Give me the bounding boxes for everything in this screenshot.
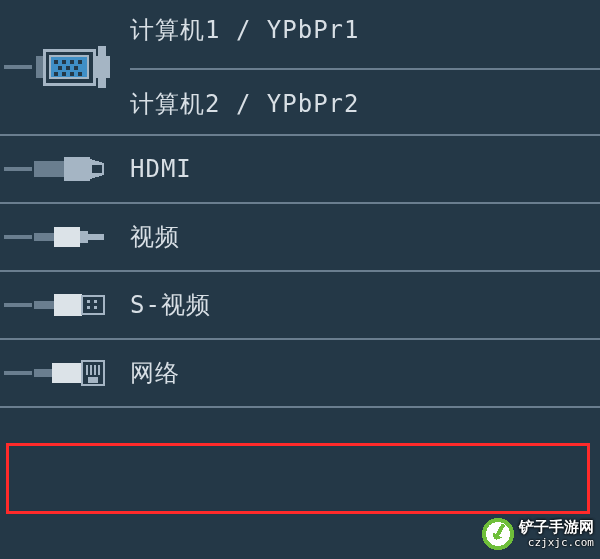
svg-rect-23	[80, 231, 88, 243]
menu-item-label: 计算机2 / YPbPr2	[130, 88, 600, 120]
source-menu: 计算机1 / YPbPr1 计算机2 / YPbPr2 HDMI	[0, 0, 600, 408]
svg-rect-38	[98, 365, 100, 375]
watermark-url: czjxjc.com	[528, 536, 594, 549]
svg-rect-27	[82, 296, 104, 314]
svg-rect-18	[64, 157, 90, 181]
svg-rect-36	[90, 365, 92, 375]
svg-rect-39	[88, 377, 98, 383]
svg-rect-5	[94, 56, 110, 78]
svg-rect-13	[54, 72, 58, 76]
menu-item-label: 网络	[130, 357, 600, 389]
svg-rect-22	[54, 227, 80, 247]
svg-rect-4	[98, 78, 106, 88]
svg-rect-29	[94, 300, 97, 303]
watermark: 铲子手游网 czjxjc.com	[481, 517, 594, 551]
menu-item-label: 视频	[130, 221, 600, 253]
vga-icon	[0, 0, 130, 134]
svg-rect-7	[62, 60, 66, 64]
highlight-box	[6, 443, 590, 514]
svg-rect-6	[54, 60, 58, 64]
svg-rect-17	[34, 161, 64, 177]
svg-rect-10	[58, 66, 62, 70]
svg-rect-37	[94, 365, 96, 375]
svg-rect-9	[78, 60, 82, 64]
menu-item-label: 计算机1 / YPbPr1	[130, 14, 600, 46]
svg-rect-35	[86, 365, 88, 375]
svg-rect-16	[78, 72, 82, 76]
menu-item-network[interactable]: 网络	[0, 340, 600, 408]
svg-rect-24	[88, 234, 104, 240]
svg-rect-21	[34, 233, 54, 241]
ethernet-icon	[0, 340, 130, 406]
shovel-logo-icon	[481, 517, 515, 551]
menu-item-video[interactable]: 视频	[0, 204, 600, 272]
watermark-brand: 铲子手游网	[519, 518, 594, 536]
menu-item-hdmi[interactable]: HDMI	[0, 136, 600, 204]
rca-icon	[0, 204, 130, 270]
hdmi-icon	[0, 136, 130, 202]
svg-rect-33	[52, 363, 82, 383]
svg-rect-20	[92, 165, 102, 173]
svg-rect-8	[70, 60, 74, 64]
svideo-icon	[0, 272, 130, 338]
menu-item-label: HDMI	[130, 155, 600, 183]
svg-rect-32	[34, 369, 52, 377]
svg-rect-15	[70, 72, 74, 76]
svg-rect-28	[87, 300, 90, 303]
menu-item-label: S-视频	[130, 289, 600, 321]
svg-rect-30	[87, 306, 90, 309]
svg-rect-14	[62, 72, 66, 76]
svg-rect-26	[54, 294, 82, 316]
menu-item-computer[interactable]: 计算机1 / YPbPr1 计算机2 / YPbPr2	[0, 0, 600, 136]
menu-item-svideo[interactable]: S-视频	[0, 272, 600, 340]
svg-rect-12	[74, 66, 78, 70]
svg-rect-11	[66, 66, 70, 70]
svg-rect-31	[94, 306, 97, 309]
svg-rect-25	[34, 301, 54, 309]
svg-rect-3	[98, 46, 106, 56]
